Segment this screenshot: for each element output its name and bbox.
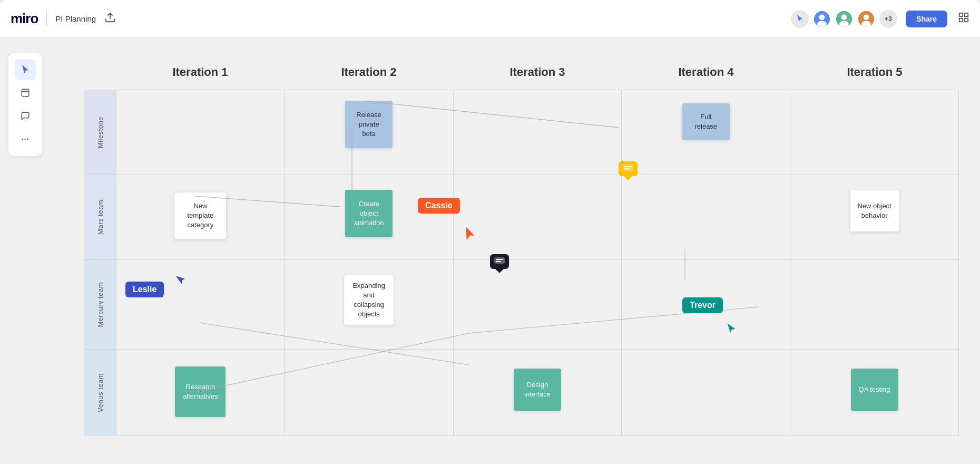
cassie-label: Cassie (418, 198, 460, 214)
avatar-1 (813, 10, 831, 28)
cell-venus-2 (285, 350, 453, 436)
sticky-design-interface[interactable]: Design interface (514, 369, 561, 411)
more-tools[interactable]: ··· (15, 129, 36, 150)
cell-milestone-3 (453, 90, 622, 175)
cell-mars-3 (453, 175, 622, 259)
menu-icon[interactable] (958, 12, 969, 26)
cell-mercury-3 (453, 260, 622, 349)
comment-bubble-black[interactable] (490, 254, 509, 269)
topbar-divider (46, 12, 47, 26)
col-header-5: Iteration 5 (790, 59, 959, 90)
canvas: Iteration 1 Iteration 2 Iteration 3 Iter… (0, 38, 980, 464)
svg-rect-14 (22, 89, 29, 96)
cell-mercury-5 (790, 260, 959, 349)
row-label-milestone: Milestone (84, 90, 116, 175)
svg-point-3 (817, 21, 827, 27)
avatar-3 (857, 10, 875, 28)
trevor-label: Trevor (682, 297, 723, 313)
planning-grid: Iteration 1 Iteration 2 Iteration 3 Iter… (84, 59, 959, 436)
svg-point-9 (861, 21, 871, 27)
sticky-release-private-beta[interactable]: Release private beta (345, 101, 393, 148)
topbar-right: +3 Share (791, 10, 969, 28)
comment-tool[interactable] (15, 105, 36, 127)
cell-venus-1: Research alternatives (116, 350, 285, 436)
cell-mercury-1 (116, 260, 285, 349)
svg-rect-23 (623, 165, 633, 171)
cursor-tool[interactable] (15, 59, 36, 80)
svg-point-6 (839, 21, 849, 27)
cell-milestone-4: Full release (621, 90, 790, 175)
svg-rect-10 (959, 13, 963, 16)
sticky-new-object-behavior[interactable]: New object behavior (849, 190, 899, 232)
cell-venus-3: Design interface (453, 350, 622, 436)
sticky-research[interactable]: Research alternatives (175, 366, 226, 417)
cell-mars-1: New template category (116, 175, 285, 259)
col-header-4: Iteration 4 (622, 59, 790, 90)
column-headers: Iteration 1 Iteration 2 Iteration 3 Iter… (116, 59, 959, 90)
row-venus: Venus team Research alternatives Design … (84, 349, 959, 436)
svg-rect-13 (965, 18, 968, 22)
sticky-qa-testing[interactable]: QA testing (851, 369, 898, 411)
cell-mars-2: Create object animation (285, 175, 453, 259)
sticky-full-release[interactable]: Full release (682, 103, 730, 140)
cell-mercury-2: Expanding and collapsing objects (285, 260, 453, 349)
row-mercury: Mercury team Expanding and collapsing ob… (84, 259, 959, 349)
cell-venus-4 (621, 350, 790, 436)
cell-venus-5: QA testing (790, 350, 959, 436)
leslie-label: Leslie (125, 282, 164, 297)
upload-icon[interactable] (104, 12, 116, 26)
svg-rect-26 (494, 257, 505, 264)
cell-mars-5: New object behavior (790, 175, 959, 259)
comment-bubble-yellow[interactable] (619, 161, 638, 176)
svg-point-2 (819, 14, 825, 20)
row-label-mercury: Mercury team (84, 259, 116, 349)
sticky-expanding[interactable]: Expanding and collapsing objects (344, 275, 394, 325)
share-button[interactable]: Share (906, 11, 947, 27)
row-label-mars: Mars team (84, 175, 116, 259)
miro-logo: miro (11, 11, 38, 27)
col-header-2: Iteration 2 (285, 59, 453, 90)
svg-point-8 (864, 14, 869, 20)
sticky-new-template[interactable]: New template category (174, 192, 227, 239)
sticky-note-tool[interactable] (15, 82, 36, 103)
col-header-3: Iteration 3 (453, 59, 622, 90)
col-header-1: Iteration 1 (116, 59, 285, 90)
cell-mars-4 (621, 175, 790, 259)
cursor-avatar (791, 10, 809, 28)
more-avatars-button[interactable]: +3 (879, 10, 897, 28)
board-title: PI Planning (55, 14, 96, 23)
trevor-cursor (726, 323, 737, 337)
row-label-venus: Venus team (84, 349, 116, 436)
row-mars: Mars team New template category Create o… (84, 175, 959, 259)
cell-milestone-1 (116, 90, 285, 175)
svg-point-5 (841, 14, 847, 20)
topbar: miro PI Planning (0, 0, 980, 38)
cell-milestone-2: Release private beta (285, 90, 453, 175)
left-sidebar: ··· (8, 53, 42, 156)
avatar-2 (835, 10, 853, 28)
svg-rect-12 (959, 18, 963, 22)
svg-rect-11 (965, 13, 968, 16)
sticky-create-object[interactable]: Create object animation (345, 190, 393, 237)
cell-milestone-5 (790, 90, 959, 175)
row-milestone: Milestone Release private beta Full rele… (84, 90, 959, 175)
